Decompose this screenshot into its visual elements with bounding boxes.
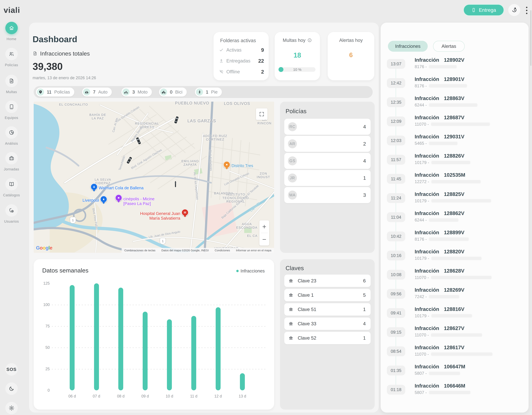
map-area-label: ADOLFO RUÍZ CORTÍNEZ (203, 134, 227, 141)
page-scrollbar[interactable] (530, 10, 531, 66)
map-place-pin-tip (93, 190, 95, 192)
folderas-row-label: Offline (226, 69, 258, 74)
timeline-code: 11070 - (415, 332, 429, 337)
map-place-pin-tip (102, 202, 105, 204)
chart-bar (167, 319, 172, 390)
redacted-text (431, 180, 481, 184)
timeline-title: Infracción128617V (415, 344, 465, 350)
map-attribution-link[interactable]: Datos del mapa ©2026 Google, INEGI (161, 249, 209, 252)
timeline-subtext: 8176 - (415, 237, 469, 242)
redacted-text (429, 103, 477, 107)
map-attribution-link[interactable]: Condiciones (215, 249, 230, 252)
map-area-label: EL CA (247, 234, 257, 238)
sos-button[interactable]: SOS (5, 363, 18, 376)
clave-label: Clave 23 (298, 278, 363, 284)
folderas-row-label: Entregadas (226, 58, 256, 64)
timeline-subtext: 11070 - (415, 352, 493, 357)
chart-ytick: 0 (37, 388, 50, 393)
multas-progress-percent: 10 % (279, 67, 315, 72)
policia-row[interactable]: GS4 (284, 153, 371, 169)
map-place-pin[interactable] (100, 196, 107, 204)
clave-row[interactable]: Clave 334 (284, 318, 371, 330)
clave-row[interactable]: Clave 236 (284, 275, 371, 287)
google-logo: Google (36, 245, 52, 251)
map-place-pin[interactable]: H (181, 209, 189, 217)
entrega-button[interactable]: Entrega (464, 5, 504, 15)
map-area-label: EL CONCHALITO (59, 103, 88, 106)
avatar: GS (288, 157, 297, 165)
map[interactable]: EL CONCHALITOPUEBLO NUEVOLOS OLIVOSBAHÍA… (34, 102, 274, 253)
timeline-subtext: 10179 - (415, 256, 482, 261)
timeline-subtext: 7242 - (415, 294, 459, 299)
map-place-pin[interactable] (91, 183, 98, 192)
redacted-text (429, 372, 460, 375)
chart-xtick: 06 d (68, 394, 76, 398)
police-moto-marker[interactable] (174, 181, 177, 187)
chart-ytick: 100 (37, 303, 50, 307)
timeline-time: 11:24 (387, 193, 405, 203)
policia-count: 1 (363, 175, 366, 181)
clave-count: 4 (363, 321, 366, 326)
policia-row[interactable]: AR2 (284, 136, 371, 152)
timeline-title: Infracción128899V (415, 230, 465, 235)
highway-shield: 1 (160, 238, 166, 244)
filter-chip-moto[interactable]: 3Moto (121, 88, 152, 97)
info-icon[interactable] (307, 38, 312, 43)
timeline-time: 12:03 (387, 136, 405, 145)
map-place-pin-head (91, 183, 98, 190)
redacted-text (429, 142, 457, 145)
map-fullscreen-button[interactable] (256, 108, 267, 120)
clave-row[interactable]: Clave 521 (284, 332, 371, 344)
filter-chip-pie[interactable]: 1Pie (195, 88, 222, 97)
timeline-code: 6244 - (415, 218, 427, 222)
map-place-pin-tip (184, 216, 186, 217)
map-place-pin[interactable] (115, 194, 122, 203)
sidebar-item-label: Usuarios (4, 219, 19, 223)
filter-chip-bici[interactable]: 0Bici (159, 88, 187, 97)
filter-chip-count: 11 (47, 90, 51, 95)
redacted-text (429, 65, 457, 68)
map-attribution-link[interactable]: Combinaciones de teclas (124, 249, 155, 252)
filter-chip-count: 3 (132, 90, 135, 95)
history-button[interactable] (508, 4, 520, 16)
clave-row[interactable]: Clave 511 (284, 303, 371, 316)
multas-hoy-value: 18 (275, 51, 320, 59)
chart-bar (118, 288, 123, 390)
timeline-title: Infracción128902V (415, 57, 465, 63)
tab-infracciones[interactable]: Infracciones (388, 41, 428, 52)
policia-row[interactable]: JR1 (284, 170, 371, 186)
map-attribution-link[interactable]: Informar un error en el mapa (236, 249, 271, 252)
filter-chip-policias[interactable]: 11Policías (36, 88, 74, 97)
timeline-code: 6244 - (415, 103, 427, 107)
timeline-time: 01:18 (387, 385, 405, 395)
timeline-subtext: 8176 - (415, 64, 457, 69)
map-attribution: Combinaciones de teclasDatos del mapa ©2… (122, 248, 274, 253)
policia-row[interactable]: RC4 (284, 119, 371, 135)
settings-button[interactable] (5, 402, 18, 414)
timeline-title: Infracción106647M (415, 364, 465, 369)
map-area-label: RESIDENCIAL LORETO (135, 122, 159, 129)
clave-count: 1 (363, 307, 366, 312)
map-place-pin[interactable] (223, 161, 230, 169)
app-root: viali Entrega HomePolicíasMultasEquiposA… (0, 0, 532, 415)
redacted-text (431, 333, 482, 337)
timeline-time: 08:54 (387, 346, 405, 356)
legend-label: Infracciones (241, 268, 265, 274)
timeline-subtext: 5465 - (415, 141, 457, 146)
dark-mode-toggle[interactable] (5, 382, 18, 395)
map-zoom-out-button[interactable]: − (259, 233, 269, 246)
map-zoom-in-button[interactable]: + (259, 220, 269, 233)
avatar: RC (288, 122, 297, 131)
tab-alertas[interactable]: Alertas (433, 41, 465, 52)
timeline-subtext: 11070 - (415, 122, 490, 127)
home-icon (5, 22, 18, 34)
chart-xtick: 09 d (141, 394, 149, 398)
filter-chip-auto[interactable]: 7Auto (82, 88, 112, 97)
policia-row[interactable]: MA3 (284, 187, 371, 203)
overflow-menu-button[interactable] (523, 6, 530, 15)
clave-row[interactable]: Clave 15 (284, 289, 371, 301)
policia-count: 2 (363, 141, 366, 147)
current-datetime: martes, 13 de enero de 2026 14:26 (33, 76, 96, 80)
redacted-text (429, 238, 469, 241)
chart-bar (70, 285, 75, 390)
